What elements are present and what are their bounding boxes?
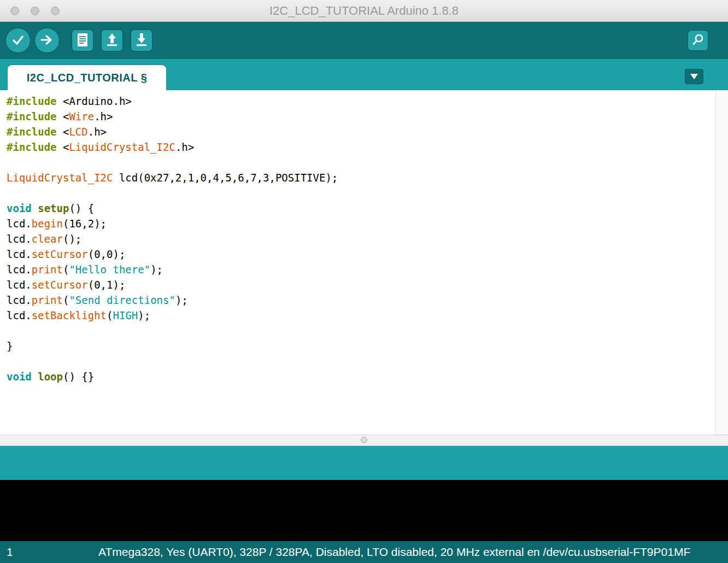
close-button[interactable] <box>10 7 19 15</box>
console-output <box>0 480 728 541</box>
check-icon <box>11 33 25 49</box>
code-line: #include <LCD.h> <box>7 124 715 139</box>
right-arrow-icon <box>40 33 54 49</box>
zoom-button[interactable] <box>51 7 60 15</box>
code-line: } <box>7 338 715 354</box>
window-title: I2C_LCD_TUTORIAL Arduino 1.8.8 <box>0 0 728 22</box>
titlebar: I2C_LCD_TUTORIAL Arduino 1.8.8 <box>0 0 728 22</box>
down-arrow-icon <box>135 33 148 49</box>
code-line: lcd.setCursor(0,1); <box>7 277 715 292</box>
status-line-number: 1 <box>7 541 13 563</box>
code-line <box>7 155 715 170</box>
status-board-info: ATmega328, Yes (UART0), 328P / 328PA, Di… <box>98 541 690 563</box>
code-line: lcd.setBacklight(HIGH); <box>7 308 715 323</box>
code-line: lcd.clear(); <box>7 231 715 247</box>
code-line <box>7 323 715 338</box>
code-line <box>7 354 715 369</box>
chevron-down-icon <box>690 73 698 81</box>
up-arrow-icon <box>105 33 119 49</box>
code-line: lcd.print("Hello there"); <box>7 262 715 277</box>
code-line: lcd.setCursor(0,0); <box>7 247 715 262</box>
editor-console-splitter[interactable] <box>0 435 728 446</box>
splitter-handle-icon <box>361 437 367 443</box>
traffic-lights <box>10 7 60 15</box>
new-document-icon <box>77 33 89 49</box>
verify-button[interactable] <box>5 28 31 53</box>
code-line: #include <Wire.h> <box>7 109 715 124</box>
magnifier-icon <box>691 33 704 48</box>
editor-scrollbar[interactable] <box>715 90 728 435</box>
status-bar: 1 ATmega328, Yes (UART0), 328P / 328PA, … <box>0 541 728 563</box>
code-line <box>7 185 715 201</box>
editor: #include <Arduino.h>#include <Wire.h>#in… <box>0 90 728 435</box>
new-sketch-button[interactable] <box>72 30 93 51</box>
code-line: LiquidCrystal_I2C lcd(0x27,2,1,0,4,5,6,7… <box>7 170 715 185</box>
code-line: lcd.begin(16,2); <box>7 216 715 231</box>
open-button[interactable] <box>101 30 123 51</box>
tab-label: I2C_LCD_TUTORIAL § <box>27 72 148 84</box>
code-line: #include <LiquidCrystal_I2C.h> <box>7 139 715 155</box>
code-area[interactable]: #include <Arduino.h>#include <Wire.h>#in… <box>0 90 715 435</box>
code-line: #include <Arduino.h> <box>7 93 715 109</box>
code-line: void setup() { <box>7 201 715 216</box>
tab-list-dropdown-button[interactable] <box>685 69 703 84</box>
minimize-button[interactable] <box>31 7 39 15</box>
tab-i2c-lcd-tutorial[interactable]: I2C_LCD_TUTORIAL § <box>8 65 166 90</box>
code-line: lcd.print("Send directions"); <box>7 292 715 308</box>
serial-monitor-button[interactable] <box>688 30 708 51</box>
toolbar <box>0 22 728 59</box>
tab-strip: I2C_LCD_TUTORIAL § <box>0 59 728 90</box>
code-line: void loop() {} <box>7 369 715 384</box>
console-status-strip <box>0 446 728 480</box>
save-button[interactable] <box>131 30 152 51</box>
upload-button[interactable] <box>34 28 60 53</box>
